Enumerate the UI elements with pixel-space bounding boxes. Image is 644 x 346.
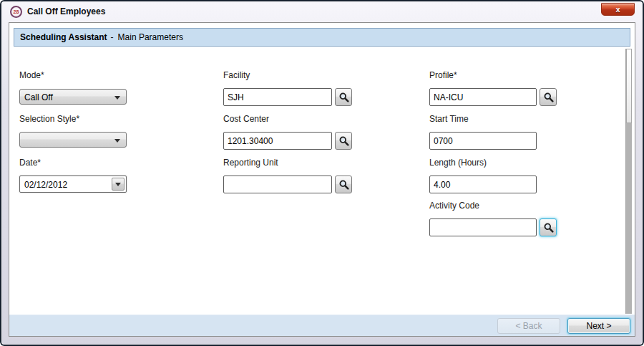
cost-center-search-button[interactable] [335,132,352,150]
app-calendar-icon: 28 [10,6,22,18]
length-hours-label: Length (Hours) [429,158,487,168]
next-button[interactable]: Next > [567,318,630,334]
profile-search-button[interactable] [540,88,557,106]
facility-search-button[interactable] [335,88,352,106]
profile-label: Profile* [429,70,457,80]
date-value: 02/12/2012 [24,180,67,190]
close-button[interactable]: x [601,3,635,16]
back-button[interactable]: < Back [497,318,560,334]
chevron-down-icon [114,96,120,100]
selection-style-dropdown[interactable] [19,132,127,148]
reporting-unit-input[interactable] [223,176,332,193]
date-dropdown-button[interactable] [112,178,125,191]
start-time-input[interactable] [429,132,537,150]
activity-code-search-button[interactable] [540,218,557,236]
chevron-down-icon [115,183,121,186]
window-title: Call Off Employees [27,6,105,16]
date-picker[interactable]: 02/12/2012 [19,176,127,193]
wizard-header: Scheduling Assistant - Main Parameters [14,28,630,47]
reporting-unit-search-button[interactable] [335,176,352,193]
search-icon [338,92,349,102]
vertical-scrollbar[interactable] [625,49,632,314]
cost-center-input[interactable] [223,132,332,150]
start-time-label: Start Time [429,114,469,124]
window: 28 Call Off Employees x Scheduling Assis… [0,0,644,346]
activity-code-input[interactable] [429,218,537,236]
cost-center-label: Cost Center [223,114,269,124]
wizard-title: Scheduling Assistant [20,32,107,42]
facility-label: Facility [223,70,250,80]
search-icon [543,92,554,102]
reporting-unit-label: Reporting Unit [223,158,278,168]
date-label: Date* [19,158,41,168]
search-icon [338,179,349,190]
mode-label: Mode* [19,70,44,80]
search-icon [338,135,349,146]
titlebar: 28 Call Off Employees x [1,1,643,21]
window-frame: 28 Call Off Employees x Scheduling Assis… [1,1,643,345]
search-icon [543,222,554,233]
facility-input[interactable] [223,88,332,106]
wizard-dash: - [111,32,114,42]
selection-style-label: Selection Style* [19,114,79,124]
wizard-step-label: Main Parameters [118,32,183,42]
mode-selected-value: Call Off [24,92,53,102]
activity-code-label: Activity Code [429,201,479,211]
profile-input[interactable] [429,88,537,106]
length-hours-input[interactable] [429,176,537,193]
scrollbar-thumb[interactable] [626,49,632,123]
footer-bar: < Back Next > [9,314,635,336]
chevron-down-icon [114,139,120,143]
mode-dropdown[interactable]: Call Off [19,89,127,105]
dialog-body: Scheduling Assistant - Main Parameters M… [9,22,635,337]
